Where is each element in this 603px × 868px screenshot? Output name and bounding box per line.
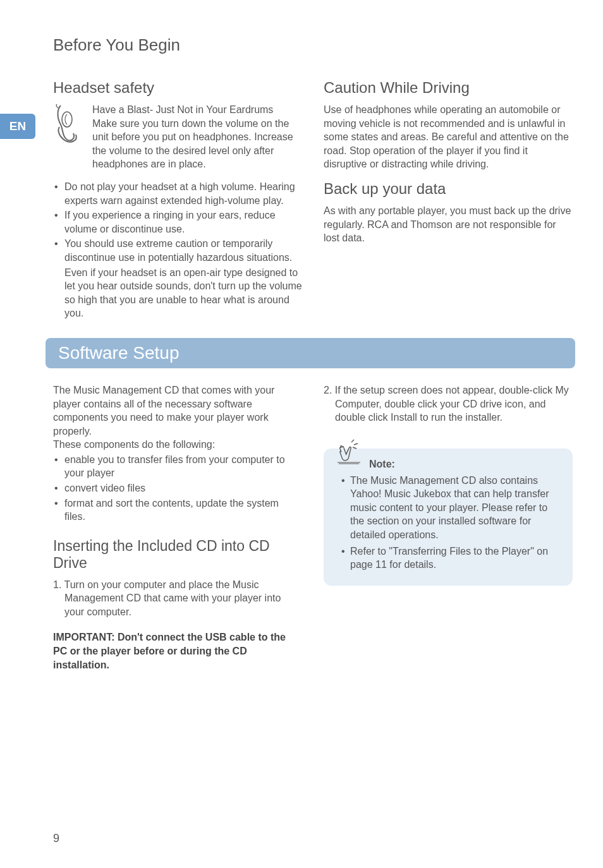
note-bullet: The Music Management CD also contains Ya…	[335, 474, 561, 542]
svg-point-0	[62, 112, 72, 127]
headset-bullet: If you experience a ringing in your ears…	[53, 208, 302, 236]
headset-volume-advice: Make sure you turn down the volume on th…	[92, 117, 302, 171]
note-bullet: Refer to "Transferring Files to the Play…	[335, 545, 561, 572]
bottom-left-column: The Music Management CD that comes with …	[53, 383, 302, 673]
cd-step-2: 2. If the setup screen does not appear, …	[324, 383, 573, 425]
hand-pointing-icon	[335, 437, 364, 466]
headset-bullet: You should use extreme caution or tempor…	[53, 237, 302, 264]
software-bullets: enable you to transfer files from your c…	[53, 453, 302, 524]
bottom-columns: The Music Management CD that comes with …	[0, 368, 603, 673]
bottom-right-column: 2. If the setup screen does not appear, …	[324, 383, 573, 673]
headset-bullets: Do not play your headset at a high volum…	[53, 180, 302, 265]
headset-trailing-para: Even if your headset is an open-air type…	[53, 266, 302, 320]
software-components-lead: These components do the following:	[53, 438, 302, 452]
note-callout-box: Note: The Music Management CD also conta…	[324, 449, 573, 586]
note-label: Note:	[369, 459, 561, 470]
headset-blast-line: Have a Blast- Just Not in Your Eardrums	[92, 103, 302, 117]
caution-driving-body: Use of headphones while operating an aut…	[324, 103, 573, 171]
headset-bullet: Do not play your headset at a high volum…	[53, 180, 302, 207]
software-setup-heading: Software Setup	[58, 343, 563, 363]
page-title: Before You Begin	[0, 0, 603, 55]
important-notice: IMPORTANT: Don't connect the USB cable t…	[53, 630, 302, 673]
software-setup-band: Software Setup	[46, 338, 575, 368]
headset-intro-text: Have a Blast- Just Not in Your Eardrums …	[92, 103, 302, 171]
cd-steps: 1. Turn on your computer and place the M…	[53, 578, 302, 619]
headset-safety-heading: Headset safety	[53, 79, 302, 97]
inserting-cd-heading: Inserting the Included CD into CD Drive	[53, 538, 302, 572]
backup-data-body: As with any portable player, you must ba…	[324, 204, 573, 245]
software-bullet: convert video files	[53, 481, 302, 495]
top-left-column: Headset safety Have a Blast- Just Not in…	[53, 79, 302, 320]
backup-data-heading: Back up your data	[324, 180, 573, 198]
language-badge: EN	[0, 114, 35, 139]
ear-headphones-icon	[53, 103, 85, 145]
note-bullets: The Music Management CD also contains Ya…	[335, 474, 561, 572]
top-columns: Headset safety Have a Blast- Just Not in…	[0, 55, 603, 320]
software-bullet: format and sort the contents, update the…	[53, 497, 302, 524]
headset-intro-block: Have a Blast- Just Not in Your Eardrums …	[53, 103, 302, 171]
page-number: 9	[53, 832, 59, 845]
cd-step-1: 1. Turn on your computer and place the M…	[53, 578, 302, 619]
caution-driving-heading: Caution While Driving	[324, 79, 573, 97]
top-right-column: Caution While Driving Use of headphones …	[324, 79, 573, 320]
software-intro-para: The Music Management CD that comes with …	[53, 383, 302, 438]
software-bullet: enable you to transfer files from your c…	[53, 453, 302, 480]
